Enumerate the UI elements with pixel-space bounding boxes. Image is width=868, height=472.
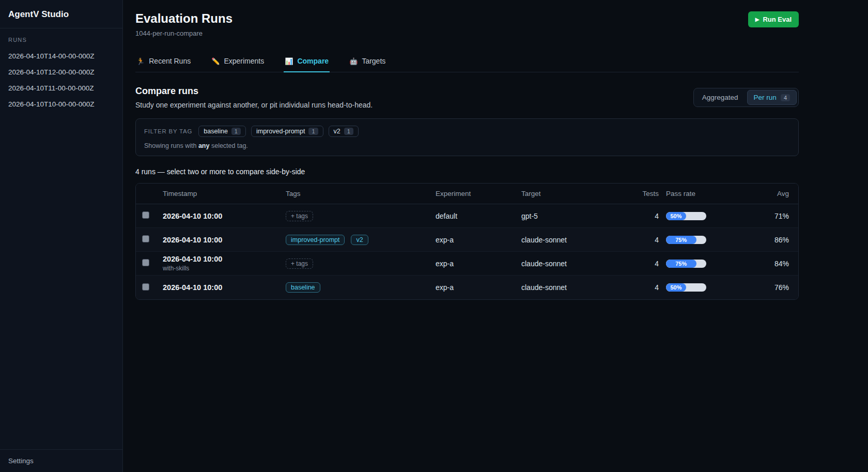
- sidebar-item-run[interactable]: 2026-04-10T10-00-00-000Z: [8, 96, 114, 112]
- tab-experiments[interactable]: ✏️ Experiments: [210, 52, 265, 72]
- runs-section-label: RUNS: [8, 37, 114, 43]
- view-mode-toggle: Aggregated Per run 4: [693, 88, 799, 107]
- sidebar-footer: Settings: [0, 449, 122, 472]
- table-header-row: Timestamp Tags Experiment Target Tests P…: [136, 184, 798, 204]
- page-subtitle: 1044-per-run-compare: [135, 29, 233, 37]
- tab-targets[interactable]: 🤖 Targets: [348, 52, 386, 72]
- filter-hint: Showing runs with any selected tag.: [144, 142, 790, 149]
- run-experiment: default: [436, 212, 521, 220]
- tab-label: Experiments: [224, 57, 264, 65]
- pass-rate-fill: 50%: [666, 283, 686, 292]
- filter-hint-suffix: selected tag.: [209, 142, 247, 149]
- bar-chart-icon: 📊: [285, 58, 293, 65]
- tag-count-badge: 1: [231, 128, 241, 135]
- robot-icon: 🤖: [349, 58, 358, 65]
- row-checkbox[interactable]: [142, 259, 149, 266]
- table-row: 2026-04-10 10:00 with-skills + tags exp-…: [136, 252, 798, 276]
- run-tag-chip[interactable]: v2: [351, 235, 368, 245]
- run-timestamp: 2026-04-10 10:00: [163, 212, 281, 220]
- column-header-timestamp: Timestamp: [163, 190, 286, 197]
- main-content: Evaluation Runs 1044-per-run-compare ▶ R…: [123, 0, 868, 472]
- sidebar-item-run[interactable]: 2026-04-10T12-00-00-000Z: [8, 64, 114, 80]
- pass-rate-label: 75%: [675, 237, 687, 243]
- pass-rate-bar: 75%: [666, 236, 706, 244]
- run-experiment: exp-a: [436, 283, 521, 292]
- run-tests-count: 4: [636, 236, 661, 244]
- run-avg: 84%: [755, 260, 798, 268]
- run-target: claude-sonnet: [521, 236, 636, 244]
- tab-label: Targets: [362, 57, 385, 65]
- table-body: 2026-04-10 10:00 + tags default gpt-5 4 …: [136, 204, 798, 299]
- table-row: 2026-04-10 10:00 + tags default gpt-5 4 …: [136, 204, 798, 228]
- sidebar: AgentV Studio RUNS 2026-04-10T14-00-00-0…: [0, 0, 123, 472]
- tag-filter-improved-prompt[interactable]: improved-prompt 1: [251, 126, 323, 137]
- per-run-count-badge: 4: [781, 94, 790, 101]
- runs-table: Timestamp Tags Experiment Target Tests P…: [135, 183, 799, 300]
- tab-compare[interactable]: 📊 Compare: [284, 52, 330, 72]
- play-icon: ▶: [755, 17, 760, 22]
- column-header-tags: Tags: [286, 190, 436, 197]
- pass-rate-label: 75%: [675, 261, 687, 267]
- run-tag-chip[interactable]: improved-prompt: [286, 235, 345, 245]
- row-checkbox[interactable]: [142, 235, 149, 242]
- tag-count-badge: 1: [344, 128, 353, 135]
- tag-name: improved-prompt: [256, 128, 305, 135]
- toggle-aggregated-label: Aggregated: [702, 94, 738, 101]
- column-header-pass-rate: Pass rate: [661, 190, 755, 197]
- run-avg: 76%: [755, 283, 798, 292]
- run-tag-chip[interactable]: baseline: [286, 282, 320, 293]
- tag-filter-panel: FILTER BY TAG baseline 1 improved-prompt…: [135, 118, 799, 156]
- pass-rate-fill: 50%: [666, 212, 686, 220]
- tab-label: Compare: [297, 57, 329, 65]
- run-target: claude-sonnet: [521, 260, 636, 268]
- sidebar-item-run[interactable]: 2026-04-10T14-00-00-000Z: [8, 48, 114, 64]
- column-header-target: Target: [521, 190, 636, 197]
- add-tags-button[interactable]: + tags: [286, 211, 313, 221]
- run-tests-count: 4: [636, 212, 661, 220]
- compare-header: Compare runs Study one experiment agains…: [135, 86, 799, 109]
- add-tags-button[interactable]: + tags: [286, 258, 313, 269]
- app-title: AgentV Studio: [0, 0, 122, 28]
- tag-count-badge: 1: [308, 128, 318, 135]
- pencil-icon: ✏️: [211, 58, 220, 65]
- run-experiment: exp-a: [436, 260, 521, 268]
- tag-filter-v2[interactable]: v2 1: [329, 126, 359, 137]
- run-avg: 71%: [755, 212, 798, 220]
- column-header-experiment: Experiment: [436, 190, 521, 197]
- tab-bar: 🏃 Recent Runs ✏️ Experiments 📊 Compare 🤖…: [135, 52, 799, 72]
- tag-name: v2: [334, 128, 340, 135]
- run-eval-button[interactable]: ▶ Run Eval: [748, 11, 799, 27]
- filter-hint-prefix: Showing runs with: [144, 142, 198, 149]
- run-target: gpt-5: [521, 212, 636, 220]
- runner-icon: 🏃: [136, 58, 145, 65]
- run-tests-count: 4: [636, 283, 661, 292]
- column-header-avg: Avg: [755, 190, 798, 197]
- tab-recent-runs[interactable]: 🏃 Recent Runs: [135, 52, 192, 72]
- settings-link[interactable]: Settings: [8, 457, 114, 465]
- tab-label: Recent Runs: [149, 57, 191, 65]
- run-avg: 86%: [755, 236, 798, 244]
- filter-by-tag-label: FILTER BY TAG: [144, 128, 192, 134]
- sidebar-item-run[interactable]: 2026-04-10T11-00-00-000Z: [8, 80, 114, 96]
- page-title: Evaluation Runs: [135, 11, 233, 26]
- toggle-aggregated[interactable]: Aggregated: [695, 90, 745, 105]
- pass-rate-bar: 50%: [666, 283, 706, 292]
- toggle-per-run-label: Per run: [754, 94, 777, 101]
- filter-hint-any: any: [198, 142, 210, 149]
- toggle-per-run[interactable]: Per run 4: [747, 90, 797, 105]
- tag-name: baseline: [204, 128, 228, 135]
- run-target: claude-sonnet: [521, 283, 636, 292]
- pass-rate-fill: 75%: [666, 260, 696, 268]
- runs-summary: 4 runs — select two or more to compare s…: [135, 168, 799, 176]
- compare-title: Compare runs: [135, 86, 373, 97]
- pass-rate-label: 50%: [670, 213, 681, 219]
- tag-filter-baseline[interactable]: baseline 1: [198, 126, 246, 137]
- row-checkbox[interactable]: [142, 283, 149, 291]
- run-sublabel: with-skills: [163, 265, 281, 272]
- run-timestamp: 2026-04-10 10:00: [163, 236, 281, 244]
- compare-subtitle: Study one experiment against another, or…: [135, 101, 373, 109]
- sidebar-runs-list: RUNS 2026-04-10T14-00-00-000Z 2026-04-10…: [0, 28, 122, 449]
- table-row: 2026-04-10 10:00 baseline exp-a claude-s…: [136, 276, 798, 299]
- row-checkbox[interactable]: [142, 211, 149, 219]
- table-row: 2026-04-10 10:00 improved-prompt v2 exp-…: [136, 228, 798, 252]
